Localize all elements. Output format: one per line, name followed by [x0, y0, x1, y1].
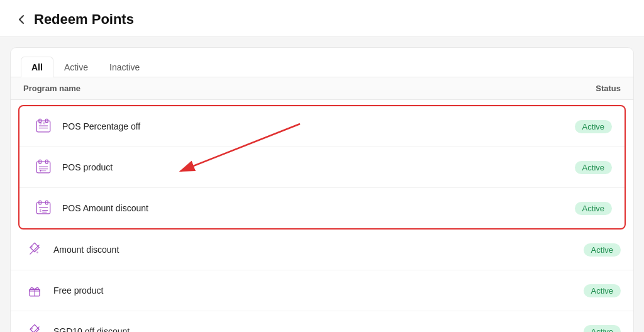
row-left: Amount discount	[23, 238, 119, 261]
program-name: POS product	[62, 162, 113, 172]
row-left: SGD10 off discount	[23, 320, 130, 332]
pos-percent-icon: %	[32, 115, 55, 138]
program-name: SGD10 off discount	[53, 326, 130, 332]
table-row[interactable]: SGD10 off discount Active	[11, 311, 633, 332]
row-left: Free product	[23, 279, 103, 302]
back-button[interactable]	[15, 13, 28, 26]
status-badge: Active	[584, 284, 621, 297]
svg-point-12	[40, 170, 42, 172]
other-rows: Amount discount Active	[11, 230, 633, 332]
tabs-bar: All Active Inactive	[11, 48, 633, 77]
svg-rect-13	[42, 170, 46, 171]
status-badge: Active	[575, 161, 612, 174]
free-product-icon	[23, 279, 46, 302]
table-row[interactable]: $ POS Amount discount Active	[19, 188, 625, 228]
svg-point-29	[31, 328, 33, 329]
table-row[interactable]: POS product Active	[19, 147, 625, 188]
header: Redeem Points	[0, 0, 644, 37]
table-row[interactable]: % POS Percentage off Active	[19, 106, 625, 147]
tab-inactive[interactable]: Inactive	[99, 57, 150, 77]
svg-point-5	[40, 123, 42, 125]
discount-icon	[23, 238, 46, 261]
status-badge: Active	[584, 243, 621, 257]
pos-amount-icon: $	[32, 197, 55, 219]
tab-active[interactable]: Active	[53, 57, 99, 77]
row-left: % POS Percentage off	[32, 115, 140, 138]
table-row[interactable]: Amount discount Active	[11, 230, 633, 270]
content-card: All Active Inactive Program name Status	[10, 47, 634, 332]
sgd-discount-icon	[23, 320, 46, 332]
program-name: Free product	[53, 285, 103, 296]
svg-point-24	[31, 246, 33, 248]
status-badge: Active	[575, 120, 612, 133]
page-title: Redeem Points	[34, 11, 134, 28]
row-left: POS product	[32, 156, 113, 179]
status-badge: Active	[575, 202, 612, 215]
svg-text:$: $	[40, 209, 42, 213]
highlighted-rows-box: % POS Percentage off Active	[18, 105, 626, 230]
program-name: POS Amount discount	[62, 203, 148, 213]
status-badge: Active	[584, 325, 621, 333]
col-program-name: Program name	[23, 84, 80, 93]
row-left: $ POS Amount discount	[32, 197, 148, 219]
tab-all[interactable]: All	[21, 57, 53, 77]
page: Redeem Points All Active Inactive Progra…	[0, 0, 644, 332]
svg-text:%: %	[43, 122, 45, 125]
program-name: Amount discount	[53, 245, 119, 255]
svg-point-25	[36, 252, 38, 253]
table-row[interactable]: Free product Active	[11, 270, 633, 311]
table-header: Program name Status	[11, 77, 633, 100]
pos-product-icon	[32, 156, 55, 179]
col-status: Status	[596, 84, 621, 93]
program-name: POS Percentage off	[62, 121, 140, 131]
